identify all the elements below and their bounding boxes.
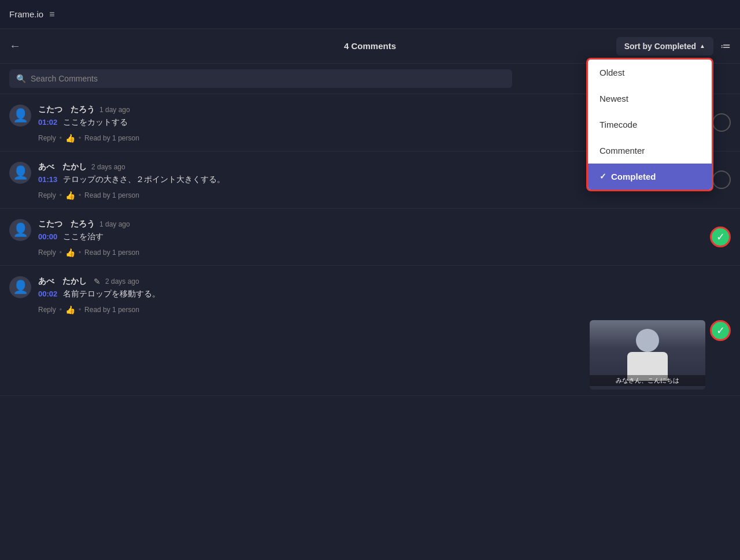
search-icon: 🔍 [16,74,26,83]
commenter-name: あべ たかし [38,162,87,172]
dot-separator: • [60,306,62,314]
timecode[interactable]: 00:00 [38,232,57,241]
sort-button-area: Sort by Completed ▲ ≔ Oldest Newest Time… [616,37,731,55]
dot-separator: • [79,306,81,314]
avatar: 👤 [9,276,31,298]
comment-meta: こたつ たろう 1 day ago [38,219,731,229]
comment-actions: Reply • 👍 • Read by 1 person [38,248,731,257]
comment-text: ここを治す [63,232,103,241]
search-wrapper: 🔍 [9,69,512,88]
dot-separator: • [60,191,62,199]
read-status: Read by 1 person [84,306,139,314]
sort-option-commenter[interactable]: Commenter [588,138,712,164]
search-input[interactable] [31,74,505,83]
timecode[interactable]: 01:13 [38,175,57,184]
avatar-icon: 👤 [13,222,28,238]
comment-body: 00:02 名前テロップを移動する。 [38,289,731,299]
logo-area: Frame.io ≡ [9,9,55,20]
sort-dropdown-menu: Oldest Newest Timecode Commenter ✓ Compl… [586,58,713,191]
timecode[interactable]: 00:02 [38,290,57,298]
comment-time: 1 day ago [99,220,130,228]
comment-text: 名前テロップを移動する。 [63,289,160,298]
reply-button[interactable]: Reply [38,249,56,257]
comment-item: 👤 こたつ たろう 1 day ago 00:00 ここを治す Reply • … [0,209,740,266]
dot-separator: • [79,134,81,142]
read-status: Read by 1 person [84,191,139,199]
read-status: Read by 1 person [84,249,139,257]
dot-separator: • [60,134,62,142]
complete-button[interactable] [712,113,731,132]
timecode[interactable]: 01:02 [38,118,57,127]
comment-item: 👤 あべ たかし ✎ 2 days ago 00:02 名前テロップを移動する。… [0,266,740,396]
top-bar: Frame.io ≡ [0,0,740,29]
comment-time: 1 day ago [99,106,130,114]
comment-time: 2 days ago [91,163,125,171]
reply-button[interactable]: Reply [38,191,56,199]
thumbnail-overlay-text: みなさん、こんにちは [590,375,705,386]
avatar-icon: 👤 [13,108,28,123]
avatar-icon: 👤 [13,165,28,180]
sort-option-completed[interactable]: ✓ Completed [588,164,712,190]
completed-check-icon: ✓ [716,324,725,337]
sort-option-timecode[interactable]: Timecode [588,112,712,138]
comments-count: 4 Comments [344,41,396,51]
thumbnail-inner: みなさん、こんにちは [590,320,705,390]
avatar: 👤 [9,105,31,127]
back-button[interactable]: ← [9,39,21,53]
comment-meta: あべ たかし ✎ 2 days ago [38,276,731,287]
comment-text: テロップの大きさ、２ポイント大きくする。 [63,175,225,184]
reply-button[interactable]: Reply [38,306,56,314]
sort-option-oldest[interactable]: Oldest [588,60,712,86]
avatar-icon: 👤 [13,280,28,295]
read-status: Read by 1 person [84,134,139,142]
dot-separator: • [79,249,81,257]
commenter-name: こたつ たろう [38,105,95,115]
sort-dropdown-button[interactable]: Sort by Completed ▲ [616,37,713,55]
complete-button[interactable]: ✓ [710,320,731,341]
sort-arrow-icon: ▲ [700,43,705,49]
sort-label: Sort by Completed [624,42,696,51]
comment-body: 00:00 ここを治す [38,232,731,242]
comment-actions: Reply • 👍 • Read by 1 person [38,191,731,200]
comment-text: ここをカットする [63,117,128,127]
comments-header: ← 4 Comments Sort by Completed ▲ ≔ Oldes… [0,29,740,64]
sort-option-newest[interactable]: Newest [588,86,712,112]
like-icon[interactable]: 👍 [65,248,75,257]
app-logo: Frame.io [9,9,43,19]
reply-button[interactable]: Reply [38,134,56,142]
avatar: 👤 [9,219,31,241]
avatar: 👤 [9,162,31,184]
completed-check: ✓ [600,172,606,181]
like-icon[interactable]: 👍 [65,191,75,200]
dot-separator: • [79,191,81,199]
complete-button[interactable] [712,170,731,189]
hamburger-icon[interactable]: ≡ [49,9,54,20]
completed-check-icon: ✓ [716,231,725,243]
complete-button[interactable]: ✓ [710,227,731,247]
comment-actions: Reply • 👍 • Read by 1 person [38,305,731,314]
commenter-name: あべ たかし [38,276,87,287]
comment-thumbnail: みなさん、こんにちは [590,320,705,390]
edit-icon[interactable]: ✎ [94,277,101,286]
comment-content: あべ たかし ✎ 2 days ago 00:02 名前テロップを移動する。 R… [38,276,731,314]
dot-separator: • [60,249,62,257]
commenter-name: こたつ たろう [38,219,95,229]
filter-icon[interactable]: ≔ [720,40,731,53]
like-icon[interactable]: 👍 [65,133,75,143]
comment-time: 2 days ago [105,277,139,285]
like-icon[interactable]: 👍 [65,305,75,314]
comment-content: こたつ たろう 1 day ago 00:00 ここを治す Reply • 👍 … [38,219,731,257]
